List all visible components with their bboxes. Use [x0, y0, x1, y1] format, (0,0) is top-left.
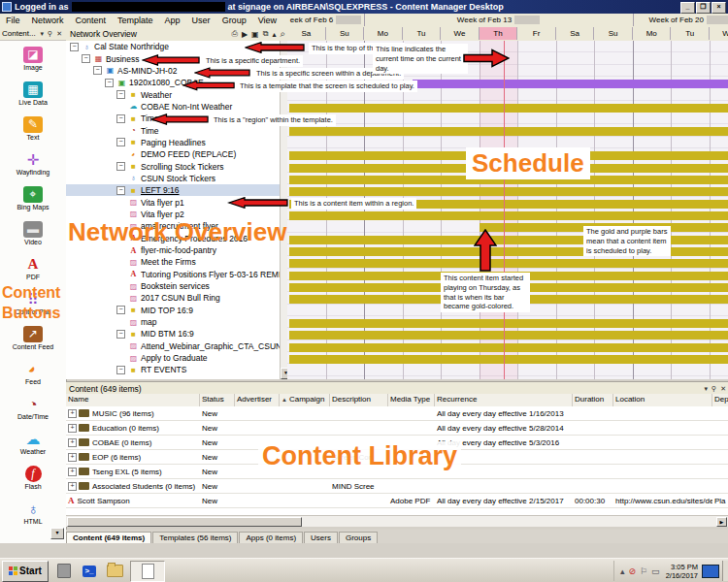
content-schedule-bar[interactable]	[289, 331, 728, 340]
tray-clock[interactable]: 3:05 PM 2/16/2017	[666, 563, 698, 580]
expander-collapse-icon[interactable]: −	[116, 90, 125, 99]
tree-item-apply-to-graduate[interactable]: ▨Apply to Graduate	[66, 352, 280, 364]
minimize-button[interactable]: _	[680, 2, 695, 14]
sidebar-item-image[interactable]: ◪Image	[0, 41, 66, 76]
hscroll-right-button[interactable]: ▶	[716, 517, 727, 527]
tree-item-map[interactable]: ▨map	[66, 316, 280, 328]
content-schedule-bar[interactable]	[289, 211, 728, 220]
sidebar-item-video[interactable]: ▬Video	[0, 215, 66, 250]
content-hscrollbar[interactable]: ▶	[66, 515, 728, 527]
table-row-music-96-items[interactable]: +MUSIC (96 items)NewAll day every day ef…	[66, 406, 728, 421]
table-row-education-0-items[interactable]: +Education (0 items)NewAll day every day…	[66, 421, 728, 436]
day-header-fr-6[interactable]: Fr	[517, 27, 556, 40]
day-header-we-4[interactable]: We	[441, 27, 480, 40]
expander-expand-icon[interactable]: +	[68, 438, 77, 447]
column-header-name[interactable]: Name	[66, 394, 200, 406]
expander-collapse-icon[interactable]: −	[82, 54, 90, 63]
expander-collapse-icon[interactable]: −	[116, 114, 125, 123]
sidebar-item-bing-maps[interactable]: ⌖Bing Maps	[0, 180, 66, 215]
expander-expand-icon[interactable]: +	[68, 453, 77, 462]
content-schedule-bar[interactable]	[289, 187, 728, 196]
restore-button[interactable]: ❐	[696, 2, 711, 14]
expander-expand-icon[interactable]: +	[68, 482, 77, 491]
scroll-up-icon[interactable]: ▴	[270, 30, 278, 39]
expander-collapse-icon[interactable]: −	[116, 366, 125, 374]
expander-collapse-icon[interactable]: −	[116, 186, 125, 195]
chevron-down-icon[interactable]: ▾	[38, 30, 46, 38]
menu-template[interactable]: Template	[112, 16, 159, 25]
tab-templates-56-items[interactable]: Templates (56 items)	[152, 532, 238, 543]
day-header-sa-0[interactable]: Sa	[287, 27, 326, 40]
content-schedule-bar[interactable]	[289, 319, 728, 328]
day-header-th-5[interactable]: Th	[480, 27, 518, 40]
content-schedule-bar[interactable]	[289, 104, 728, 113]
menu-view[interactable]: View	[252, 16, 282, 25]
tree-item-scrolling-stock-tickers[interactable]: −■Scrolling Stock Tickers	[66, 160, 280, 172]
column-header-recurrence[interactable]: Recurrence	[435, 394, 573, 406]
play-icon[interactable]: ▶	[240, 30, 249, 39]
sidebar-item-wayfinding[interactable]: ✛Wayfinding	[0, 146, 66, 180]
close-button[interactable]: ×	[711, 2, 726, 14]
table-row-associated-students-0-items[interactable]: +Associated Students (0 items)NewMIND Sc…	[66, 479, 728, 494]
expander-expand-icon[interactable]: +	[68, 468, 77, 476]
table-row-scott-sampson[interactable]: AScott SampsonNewAdobe PDFAll day every …	[66, 494, 728, 508]
sidebar-item-pdf[interactable]: APDF	[0, 250, 66, 285]
column-header-description[interactable]: Description	[330, 394, 388, 406]
tree-item-2017-csun-bull-ring[interactable]: ▨2017 CSUN Bull Ring	[66, 292, 280, 304]
screen-icon[interactable]: ⎙	[230, 29, 240, 39]
document-icon[interactable]	[130, 561, 165, 582]
menu-network[interactable]: Network	[26, 16, 70, 25]
hscroll-thumb[interactable]	[67, 517, 302, 527]
column-header-campaign[interactable]: ▲Campaign	[280, 394, 330, 406]
template-schedule-bar[interactable]	[413, 80, 728, 88]
tree-item-time[interactable]: ◔Time	[66, 124, 280, 136]
menu-group[interactable]: Group	[216, 16, 252, 25]
menu-app[interactable]: App	[159, 16, 186, 25]
column-header-media-type[interactable]: Media Type	[388, 394, 435, 406]
close-icon[interactable]: ✕	[54, 30, 64, 38]
tab-groups[interactable]: Groups	[339, 532, 378, 543]
day-header-mo-9[interactable]: Mo	[633, 27, 672, 40]
tree-item-rt-events[interactable]: −■RT EVENTS	[66, 364, 280, 375]
tree-item-paging-headlines[interactable]: −■Paging Headlines	[66, 137, 280, 148]
close-icon[interactable]: ✕	[718, 385, 728, 393]
column-header-location[interactable]: Location	[613, 394, 712, 406]
day-header-mo-2[interactable]: Mo	[364, 27, 403, 40]
flag-icon[interactable]: ⚐	[640, 566, 647, 576]
sidebar-item-weather[interactable]: ☁Weather	[0, 425, 66, 460]
expander-expand-icon[interactable]: +	[68, 424, 77, 433]
tree-item-bookstein-services[interactable]: ▨Bookstein services	[66, 280, 280, 292]
expander-collapse-icon[interactable]: −	[105, 79, 114, 87]
tab-apps-0-items[interactable]: Apps (0 items)	[239, 532, 303, 543]
search-icon[interactable]: ⌕	[278, 28, 287, 40]
day-header-sa-7[interactable]: Sa	[556, 27, 595, 40]
expander-collapse-icon[interactable]: −	[116, 162, 125, 171]
powershell-icon[interactable]: >_	[80, 562, 99, 581]
tree-item-tutoring-positions-flyer-5-03-16-remedial[interactable]: ATutoring Positions Flyer 5-03-16 REMEDI…	[66, 269, 280, 280]
expander-collapse-icon[interactable]: −	[116, 138, 125, 146]
day-header-su-8[interactable]: Su	[594, 27, 633, 40]
column-header-duration[interactable]: Duration	[573, 394, 613, 406]
hidden-icons-icon[interactable]: ▴	[620, 566, 625, 576]
alert-icon[interactable]: ⊘	[628, 566, 636, 576]
tab-content-649-items[interactable]: Content (649 items)	[66, 532, 151, 543]
sidebar-item-feed[interactable]: ◗Feed	[0, 355, 66, 390]
column-header-dep[interactable]: Dep	[712, 394, 728, 406]
tree-item-cobae-non-int-weather[interactable]: ☁COBAE Non-Int Weather	[66, 101, 280, 113]
start-button[interactable]: Start	[2, 561, 49, 582]
tree-item-demo-feed-replace[interactable]: ◗DEMO FEED (REPLACE)	[66, 148, 280, 160]
menu-user[interactable]: User	[186, 16, 216, 25]
cascade-icon[interactable]: ⧉	[261, 29, 271, 39]
content-schedule-bar[interactable]	[289, 127, 728, 136]
tree-item-mid-btm-16-9[interactable]: −■MID BTM 16:9	[66, 328, 280, 340]
menu-file[interactable]: File	[0, 16, 26, 25]
window-icon[interactable]: ▣	[249, 30, 261, 39]
folder-icon[interactable]	[105, 562, 124, 581]
monitor-icon[interactable]	[702, 565, 719, 578]
tree-item-mid-top-16-9[interactable]: −■MID TOP 16:9	[66, 305, 280, 316]
sidebar-more-button[interactable]: ▾	[50, 528, 64, 539]
day-header-tu-10[interactable]: Tu	[671, 27, 710, 40]
day-header-we-11[interactable]: We	[710, 27, 728, 40]
column-header-status[interactable]: Status	[200, 394, 235, 406]
tree-item-left-9-16[interactable]: −■LEFT 9:16	[66, 184, 280, 196]
